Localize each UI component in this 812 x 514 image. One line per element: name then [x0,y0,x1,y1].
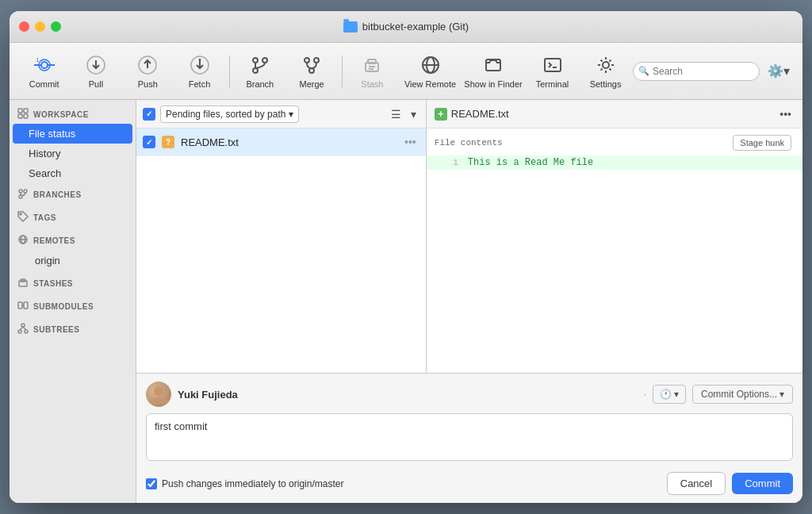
recent-commits-button[interactable]: 🕐 ▾ [653,385,686,404]
file-name: README.txt [181,136,395,148]
fetch-icon [189,54,211,76]
subtrees-header[interactable]: SUBTREES [10,318,136,339]
branches-label: BRANCHES [33,190,82,199]
svg-text:1: 1 [36,56,40,63]
file-actions-button[interactable]: ••• [401,134,419,150]
submodules-header[interactable]: SUBMODULES [10,295,136,316]
line-content: This is a Read Me file [468,157,795,168]
sidebar-item-history[interactable]: History [13,144,132,163]
branches-header[interactable]: BRANCHES [10,183,136,205]
commit-message-textarea[interactable]: first commit [146,413,793,461]
terminal-icon [542,54,564,76]
stashes-icon [17,277,29,290]
commit-toolbar-button[interactable]: 1 Commit [19,48,69,95]
svg-point-44 [18,330,21,333]
toolbar: 1 Commit Pull [10,43,802,100]
push-toolbar-button[interactable]: Push [123,48,173,95]
merge-icon [301,54,323,76]
settings-button[interactable]: Settings [580,48,631,95]
push-label: Push [138,79,158,89]
svg-point-13 [314,58,319,63]
sidebar-item-origin[interactable]: origin [13,251,132,270]
commit-button[interactable]: Commit [732,473,793,494]
diff-line: 1 This is a Read Me file [427,155,802,170]
settings-icon [595,54,617,76]
commit-author: Yuki Fujieda [178,389,638,401]
avatar [146,382,171,407]
commit-header-actions: 🕐 ▾ Commit Options... ▾ [653,385,793,404]
toolbar-separator-1 [229,56,230,87]
pull-toolbar-button[interactable]: Pull [71,48,121,95]
stash-toolbar-button[interactable]: Stash [347,48,397,95]
stage-hunk-button[interactable]: Stage hunk [733,135,791,151]
push-checkbox-input[interactable] [146,478,157,489]
view-remote-label: View Remote [404,79,456,89]
pull-label: Pull [89,79,103,89]
remotes-section: REMOTES origin [10,229,136,270]
select-all-checkbox[interactable] [143,108,155,121]
svg-rect-23 [545,59,561,71]
stashes-section: STASHES [10,272,136,293]
branch-icon [249,54,271,76]
submodules-icon [17,300,29,313]
search-icon: 🔍 [638,66,649,76]
chevron-down-icon-options: ▾ [779,389,784,400]
main-content: WORKSPACE File status History Search [10,100,802,503]
tags-header[interactable]: TAGS [10,206,136,228]
view-options-button[interactable]: ⚙️▾ [764,62,793,80]
sidebar-item-search[interactable]: Search [13,163,132,183]
sidebar: WORKSPACE File status History Search [10,100,136,503]
commit-footer: Push changes immediately to origin/maste… [146,472,793,495]
file-contents-label: File contents [435,138,503,148]
filter-dropdown-button[interactable]: ▾ [408,106,419,122]
minimize-button[interactable] [35,21,45,32]
push-icon [136,54,159,76]
svg-point-11 [253,68,258,73]
terminal-button[interactable]: Terminal [527,48,578,95]
workspace-label: WORKSPACE [33,110,89,119]
table-row[interactable]: ? README.txt ••• [136,128,426,156]
diff-more-button[interactable]: ••• [776,106,795,122]
view-remote-button[interactable]: View Remote [400,48,460,95]
show-in-finder-icon [482,54,504,76]
merge-label: Merge [300,79,324,89]
avatar-image [146,382,171,407]
toolbar-search-input[interactable] [633,62,760,81]
svg-point-45 [25,330,28,333]
file-list-actions: ☰ ▾ [388,106,419,122]
svg-rect-16 [368,59,376,63]
subtrees-label: SUBTREES [33,325,79,334]
svg-point-48 [154,386,163,396]
workspace-icon [17,108,29,121]
push-checkbox-label[interactable]: Push changes immediately to origin/maste… [146,478,661,489]
close-button[interactable] [19,21,29,32]
commit-options-button[interactable]: Commit Options... ▾ [692,385,793,404]
settings-label: Settings [590,79,622,89]
merge-toolbar-button[interactable]: Merge [286,48,336,95]
branch-toolbar-button[interactable]: Branch [235,48,285,95]
svg-rect-40 [18,302,22,309]
terminal-label: Terminal [536,79,569,89]
stashes-header[interactable]: STASHES [10,272,136,293]
remotes-header[interactable]: REMOTES [10,229,136,251]
file-checkbox[interactable] [143,136,155,148]
remotes-label: REMOTES [33,236,75,245]
remotes-icon [17,234,29,247]
diff-filename-text: README.txt [451,108,509,120]
svg-point-31 [24,190,27,193]
chevron-down-icon-recent: ▾ [674,389,679,400]
fetch-toolbar-button[interactable]: Fetch [174,48,224,95]
maximize-button[interactable] [51,21,61,32]
stash-icon [361,54,383,76]
file-status-badge: ? [162,136,174,148]
cancel-button[interactable]: Cancel [667,472,726,495]
toolbar-search: 🔍 [633,62,760,81]
pending-files-dropdown[interactable]: Pending files, sorted by path ▾ [160,105,299,123]
diff-filename: + README.txt [435,108,772,121]
list-view-button[interactable]: ☰ [388,106,404,122]
show-in-finder-button[interactable]: Show in Finder [462,48,525,95]
sidebar-item-file-status[interactable]: File status [13,124,132,144]
stash-label: Stash [361,79,383,89]
subtrees-icon [17,323,29,336]
file-list-header: Pending files, sorted by path ▾ ☰ ▾ [136,100,426,128]
